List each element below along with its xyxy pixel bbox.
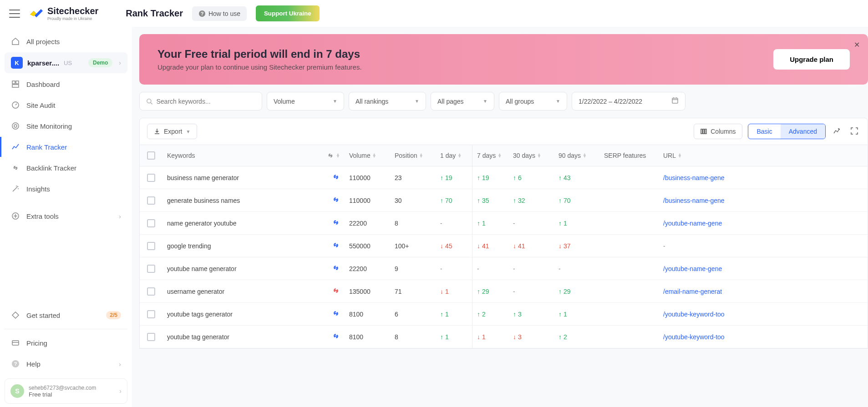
column-1day[interactable]: 1 day▲▼ [436,145,472,166]
row-checkbox[interactable] [147,242,155,250]
column-link[interactable]: ▲▼ [317,145,345,166]
chevron-right-icon: › [119,387,122,395]
row-checkbox[interactable] [147,287,155,296]
sidebar-site-audit[interactable]: Site Audit [5,95,127,115]
pages-filter[interactable]: All pages▼ [431,92,494,111]
volume-cell: 550000 [345,235,390,257]
column-90days[interactable]: 90 days▲▼ [554,145,599,166]
link-icon[interactable] [332,332,340,342]
table-row: youtube tag generator 8100 8 ↑ 1 ↓ 1 ↓ 3… [140,326,868,348]
serp-cell [599,257,659,280]
column-volume[interactable]: Volume▲▼ [345,145,390,166]
url-link[interactable]: /youtube-name-gene [663,265,722,272]
url-link[interactable]: /youtube-keyword-too [663,311,725,318]
sidebar-get-started[interactable]: Get started 2/5 [5,305,127,325]
table-row: name generator youtube 22200 8 - ↑ 1 - ↑… [140,212,868,235]
position-cell: 30 [390,189,436,211]
url-cell: /youtube-name-gene [659,212,868,234]
url-link[interactable]: /email-name-generat [663,288,722,295]
groups-filter[interactable]: All groups▼ [499,92,567,111]
delta-1d-cell: - [436,257,472,280]
avatar: S [10,384,24,398]
rankings-filter[interactable]: All rankings▼ [349,92,426,111]
column-url[interactable]: URL▲▼ [659,145,868,166]
project-badge: K [11,57,23,69]
row-checkbox[interactable] [147,265,155,273]
sidebar-rank-tracker[interactable]: Rank Tracker [5,137,127,157]
advanced-toggle[interactable]: Advanced [781,124,825,139]
keyword-cell[interactable]: generate business names [162,189,317,211]
volume-cell: 110000 [345,166,390,189]
url-link[interactable]: /youtube-keyword-too [663,333,725,341]
page-title: Rank Tracker [126,8,183,19]
column-7days[interactable]: 7 days▲▼ [472,145,508,166]
link-icon[interactable] [332,196,340,205]
sidebar-pricing[interactable]: Pricing [5,333,127,353]
close-icon[interactable]: ✕ [854,40,860,49]
volume-filter[interactable]: Volume▼ [267,92,344,111]
menu-toggle[interactable] [9,10,20,18]
keyword-cell[interactable]: youtube tag generator [162,326,317,348]
project-selector[interactable]: K kparser.... US Demo › [5,52,127,73]
user-card[interactable]: S seheb67273@svcache.com Free trial › [5,378,127,404]
url-link[interactable]: /business-name-gene [663,197,725,204]
chart-expand-icon[interactable] [831,125,843,138]
link-icon[interactable] [332,241,340,251]
select-all-checkbox[interactable] [147,151,155,160]
search-keywords-input[interactable] [139,92,262,111]
keyword-cell[interactable]: youtube name generator [162,257,317,280]
link-icon[interactable] [332,309,340,319]
url-link[interactable]: /business-name-gene [663,174,725,181]
table-row: generate business names 110000 30 ↑ 70 ↑… [140,189,868,212]
link-icon[interactable] [332,264,340,273]
support-ukraine-button[interactable]: Support Ukraine [256,5,320,21]
link-icon[interactable] [332,286,340,296]
keyword-cell[interactable]: name generator youtube [162,212,317,234]
column-serp[interactable]: SERP features [599,145,659,166]
logo[interactable]: Sitechecker Proudly made in Ukraine [29,6,98,21]
position-cell: 71 [390,280,436,302]
column-30days[interactable]: 30 days▲▼ [508,145,554,166]
sidebar-insights[interactable]: Insights [5,179,127,199]
upgrade-plan-button[interactable]: Upgrade plan [773,49,850,70]
sidebar-site-monitoring[interactable]: Site Monitoring [5,116,127,136]
row-checkbox[interactable] [147,310,155,318]
chevron-down-icon: ▼ [556,99,560,104]
link-icon[interactable] [332,173,340,182]
delta-7d-cell: ↓ 41 [472,235,508,257]
columns-button[interactable]: Columns [694,124,742,139]
how-to-use-button[interactable]: ? How to use [192,6,247,21]
column-position[interactable]: Position▲▼ [390,145,436,166]
column-keywords[interactable]: Keywords [162,145,317,166]
sidebar-backlink-tracker[interactable]: Backlink Tracker [5,158,127,178]
svg-text:?: ? [201,11,204,16]
position-cell: 8 [390,326,436,348]
chevron-down-icon: ▼ [186,129,190,134]
chevron-down-icon: ▼ [333,99,337,104]
keywords-table: Keywords ▲▼ Volume▲▼ Position▲▼ 1 day▲▼ … [139,145,868,349]
basic-toggle[interactable]: Basic [748,124,780,139]
keyword-cell[interactable]: google trending [162,235,317,257]
sidebar-dashboard[interactable]: Dashboard [5,74,127,94]
fullscreen-icon[interactable] [848,125,860,138]
link-icon[interactable] [332,218,340,228]
row-checkbox[interactable] [147,333,155,341]
sidebar-help[interactable]: ? Help › [5,354,127,374]
sidebar-all-projects[interactable]: All projects [5,31,127,51]
keyword-cell[interactable]: business name generator [162,166,317,189]
delta-1d-cell: ↓ 1 [436,280,472,302]
delta-7d-cell: ↑ 35 [472,189,508,211]
row-checkbox[interactable] [147,219,155,227]
keyword-cell[interactable]: username generator [162,280,317,302]
logo-icon [29,8,44,19]
url-link[interactable]: /youtube-name-gene [663,220,722,227]
svg-text:?: ? [14,361,17,367]
export-button[interactable]: Export ▼ [147,124,197,139]
date-range-filter[interactable]: 1/22/2022 – 4/22/2022 [572,92,685,111]
position-cell: 100+ [390,235,436,257]
sidebar-extra-tools[interactable]: Extra tools › [5,206,127,226]
row-checkbox[interactable] [147,196,155,205]
keyword-cell[interactable]: youtube tags generator [162,303,317,325]
row-checkbox[interactable] [147,174,155,182]
table-row: username generator 135000 71 ↓ 1 ↑ 29 - … [140,280,868,303]
